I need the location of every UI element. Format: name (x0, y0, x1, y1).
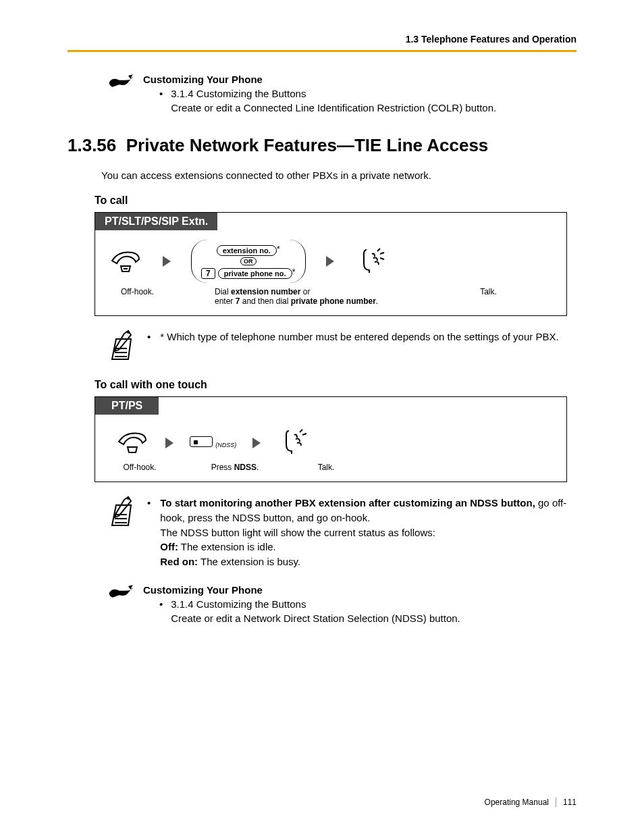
note2-red-label: Red on: (160, 556, 198, 567)
note2-off-text: The extension is idle. (178, 541, 276, 552)
bullet-icon: • (147, 330, 151, 344)
section-number: 1.3.56 (68, 135, 116, 155)
talk-icon (277, 428, 311, 457)
arrow-icon (163, 256, 171, 267)
arrow-icon (252, 438, 261, 448)
private-no-pill: private phone no. (218, 268, 292, 279)
procedure-to-call: PT/SLT/PS/SIP Extn. extension no.* OR 7 … (95, 212, 567, 316)
hand-point-icon (108, 583, 135, 608)
caption-dial: Dial extension number or enter 7 and the… (215, 287, 404, 306)
callout-ref: 3.1.4 Customizing the Buttons (171, 597, 460, 611)
caption-talk: Talk. (306, 463, 346, 472)
offhook-icon (115, 428, 149, 457)
note-pbx-settings: • * Which type of telephone number must … (108, 330, 576, 365)
ndss-button: (NDSS) (190, 436, 236, 449)
ndss-label: (NDSS) (215, 442, 236, 448)
note2-bold: To start monitoring another PBX extensio… (160, 497, 535, 509)
procedure-tab: PT/SLT/PS/SIP Extn. (95, 213, 217, 230)
arrow-icon (165, 438, 173, 448)
svg-point-1 (127, 497, 130, 500)
or-badge: OR (240, 257, 257, 265)
customize-callout-2: Customizing Your Phone • 3.1.4 Customizi… (108, 583, 576, 625)
bullet-icon: • (159, 86, 163, 115)
footer-label: Operating Manual (485, 798, 549, 807)
callout-desc: Create or edit a Network Direct Station … (171, 611, 460, 625)
section-intro: You can access extensions connected to o… (101, 170, 576, 181)
subhead-one-touch: To call with one touch (95, 379, 576, 391)
note-text: * Which type of telephone number must be… (160, 330, 558, 344)
key-7: 7 (201, 268, 215, 279)
page-footer: Operating Manual 111 (485, 798, 576, 807)
caption-press-ndss: Press NDSS. (205, 463, 265, 472)
subhead-to-call: To call (95, 194, 576, 207)
pencil-note-icon (108, 330, 135, 365)
callout-desc: Create or edit a Connected Line Identifi… (171, 101, 496, 115)
caption-talk: Talk. (424, 287, 553, 306)
callout-ref: 3.1.4 Customizing the Buttons (171, 86, 496, 101)
bullet-icon: • (147, 496, 151, 569)
procedure-one-touch: PT/PS (NDSS) Off-hook. Press NDSS. Talk. (95, 396, 567, 482)
section-title-text: Private Network Features—TIE Line Access (126, 135, 489, 155)
header-rule (68, 50, 576, 52)
customize-callout-1: Customizing Your Phone • 3.1.4 Customizi… (108, 72, 576, 115)
note2-off-label: Off: (160, 541, 178, 552)
callout-title: Customizing Your Phone (143, 583, 576, 597)
pencil-note-icon (108, 496, 135, 531)
procedure-tab: PT/PS (95, 397, 159, 415)
note2-line2: The NDSS button light will show the curr… (160, 527, 435, 538)
talk-icon (354, 247, 388, 276)
callout-title: Customizing Your Phone (143, 72, 576, 86)
footer-page-number: 111 (563, 798, 576, 807)
arrow-icon (326, 256, 334, 267)
offhook-icon (109, 247, 142, 276)
caption-offhook: Off-hook. (109, 287, 166, 306)
bullet-icon: • (159, 597, 163, 625)
hand-point-icon (108, 72, 135, 97)
note2-red-text: The extension is busy. (198, 556, 300, 567)
section-heading: 1.3.56 Private Network Features—TIE Line… (68, 135, 576, 156)
ext-no-pill: extension no. (217, 245, 277, 256)
caption-offhook: Off-hook. (115, 463, 164, 472)
page-header: 1.3 Telephone Features and Operation (68, 34, 576, 50)
note-ndss-status: • To start monitoring another PBX extens… (108, 496, 576, 569)
dial-options: extension no.* OR 7 private phone no.* (191, 240, 306, 283)
svg-point-0 (127, 331, 130, 334)
